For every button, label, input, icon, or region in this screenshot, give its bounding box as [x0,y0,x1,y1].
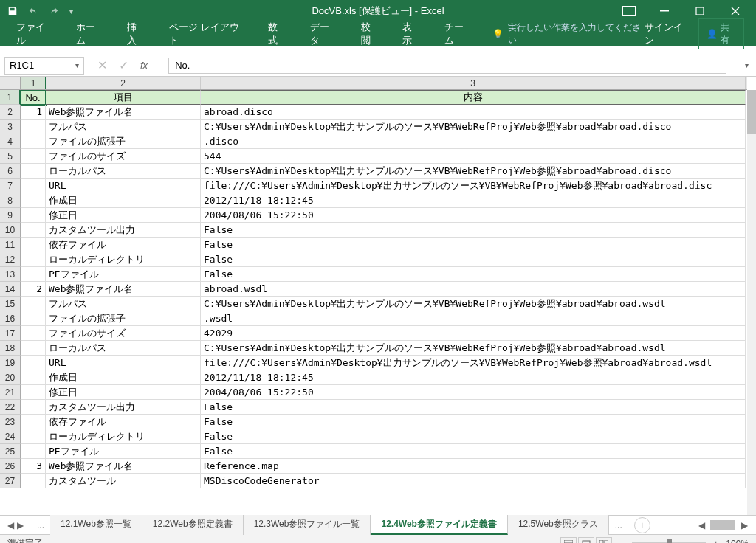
cell[interactable]: 依存ファイル [46,238,201,252]
cell[interactable]: 2012/11/18 18:12:45 [201,193,746,208]
cell[interactable]: カスタムツール [46,474,201,488]
hscroll-left-icon[interactable]: ◀ [695,520,707,530]
cell[interactable]: Web参照ファイル名 [46,105,201,120]
row-header[interactable]: 13 [0,267,21,282]
sheet-tab[interactable]: 12.2Web参照定義書 [142,515,244,535]
cell[interactable]: file:///C:¥Users¥Admin¥Desktop¥出力サンプルのソー… [201,179,746,193]
row-header[interactable]: 26 [0,459,21,474]
cell[interactable]: カスタムツール出力 [46,223,201,238]
cell[interactable] [21,238,46,252]
row-header[interactable]: 24 [0,429,21,444]
qat-dropdown-icon[interactable]: ▾ [69,7,73,15]
cell[interactable]: 2012/11/18 18:12:45 [201,370,746,385]
cell[interactable]: 2004/08/06 15:22:50 [201,385,746,400]
cell[interactable]: False [201,415,746,429]
ribbon-tab-review[interactable]: 校閲 [351,16,390,52]
cell[interactable]: ファイルのサイズ [46,326,201,341]
cell[interactable]: 1 [21,105,46,120]
cell[interactable] [21,297,46,311]
hscroll-right-icon[interactable]: ▶ [738,520,750,530]
column-header-3[interactable]: 3 [201,77,746,89]
cell[interactable] [21,149,46,164]
formula-expand-icon[interactable]: ▾ [741,61,752,69]
cell[interactable] [21,370,46,385]
enter-icon[interactable]: ✓ [119,58,128,72]
cell[interactable]: URL [46,356,201,370]
cell[interactable]: 作成日 [46,370,201,385]
tab-nav-next-icon[interactable]: ▶ [17,520,24,530]
cell[interactable]: abroad.wsdl [201,282,746,297]
cell[interactable]: 2 [21,282,46,297]
zoom-level[interactable]: 100% [726,539,749,544]
cancel-icon[interactable]: ✕ [97,58,107,72]
column-header-2[interactable]: 2 [46,77,201,89]
cell[interactable]: ローカルパス [46,164,201,179]
tell-me-search[interactable]: 💡 実行したい作業を入力してください [492,21,642,46]
cell[interactable] [21,134,46,149]
cell[interactable]: False [201,429,746,444]
cell[interactable]: 作成日 [46,193,201,208]
row-header[interactable]: 15 [0,297,21,311]
ribbon-tab-insert[interactable]: 挿入 [117,16,156,52]
scrollbar-thumb[interactable] [747,90,756,134]
row-header[interactable]: 27 [0,474,21,488]
ribbon-display-options[interactable] [614,1,644,21]
tab-overflow-right[interactable]: ... [609,520,628,530]
cell[interactable] [21,223,46,238]
cell[interactable]: abroad.disco [201,105,746,120]
cell[interactable] [21,326,46,341]
cell[interactable]: False [201,444,746,459]
zoom-in-button[interactable]: + [713,539,718,544]
cell[interactable]: Web参照ファイル名 [46,459,201,474]
select-all-corner[interactable] [0,77,21,89]
row-header[interactable]: 9 [0,208,21,223]
add-sheet-button[interactable]: + [634,517,650,533]
fx-icon[interactable]: fx [140,60,148,71]
cell[interactable]: URL [46,179,201,193]
view-normal-button[interactable] [560,537,577,544]
spreadsheet-grid[interactable]: 1 2 3 1No.項目内容21Web参照ファイル名abroad.disco3フ… [0,77,756,515]
cell[interactable] [21,429,46,444]
cell[interactable]: .disco [201,134,746,149]
cell[interactable]: file:///C:¥Users¥Admin¥Desktop¥出力サンプルのソー… [201,356,746,370]
cell[interactable] [21,400,46,415]
undo-icon[interactable] [28,6,38,16]
redo-icon[interactable] [49,6,59,16]
ribbon-tab-data[interactable]: データ [300,16,348,52]
cell[interactable]: 544 [201,149,746,164]
cell[interactable] [21,356,46,370]
row-header[interactable]: 3 [0,120,21,134]
cell[interactable]: False [201,400,746,415]
cell[interactable]: False [201,238,746,252]
cell[interactable] [21,208,46,223]
cell[interactable] [21,164,46,179]
cell[interactable]: C:¥Users¥Admin¥Desktop¥出力サンプルのソース¥VB¥Web… [201,120,746,134]
ribbon-tab-team[interactable]: チーム [434,16,482,52]
ribbon-tab-home[interactable]: ホーム [66,16,114,52]
row-header[interactable]: 4 [0,134,21,149]
row-header[interactable]: 8 [0,193,21,208]
cell[interactable]: C:¥Users¥Admin¥Desktop¥出力サンプルのソース¥VB¥Web… [201,297,746,311]
view-pagebreak-button[interactable] [596,537,612,544]
row-header[interactable]: 12 [0,252,21,267]
cell[interactable] [21,311,46,326]
row-header[interactable]: 20 [0,370,21,385]
cell[interactable]: False [201,223,746,238]
cell[interactable] [21,179,46,193]
cell[interactable]: 内容 [201,90,746,105]
row-header[interactable]: 5 [0,149,21,164]
cell[interactable]: 3 [21,459,46,474]
row-header[interactable]: 1 [0,90,21,105]
cell[interactable]: 修正日 [46,208,201,223]
cell[interactable]: 2004/08/06 15:22:50 [201,208,746,223]
cell[interactable]: フルパス [46,297,201,311]
cell[interactable]: ファイルの拡張子 [46,134,201,149]
row-header[interactable]: 6 [0,164,21,179]
row-header[interactable]: 11 [0,238,21,252]
cell[interactable]: 依存ファイル [46,415,201,429]
cell[interactable] [21,444,46,459]
cell[interactable] [21,385,46,400]
cell[interactable] [21,474,46,488]
row-header[interactable]: 23 [0,415,21,429]
row-header[interactable]: 22 [0,400,21,415]
